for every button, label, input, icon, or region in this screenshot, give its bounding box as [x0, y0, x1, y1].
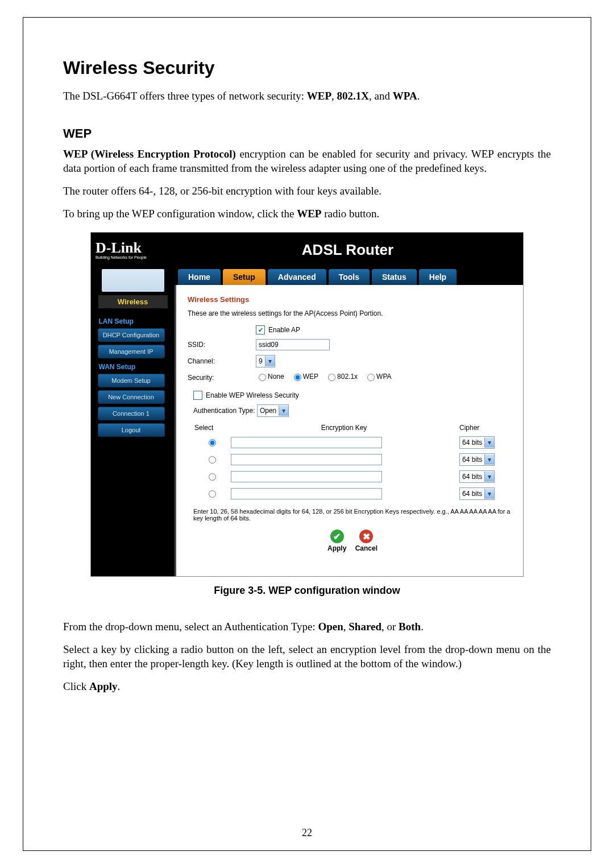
table-row: 64 bits▾: [193, 468, 512, 485]
sidebar-item-dhcp-configuration[interactable]: DHCP Configuration: [98, 328, 165, 342]
cipher-select[interactable]: 64 bits▾: [459, 470, 495, 483]
key-select-radio[interactable]: [209, 473, 216, 481]
key-select-radio[interactable]: [209, 439, 216, 447]
section-desc: These are the wireless settings for the …: [188, 309, 512, 317]
sidebar-item-new-connection[interactable]: New Connection: [98, 390, 165, 404]
wep-p1: WEP (Wireless Encryption Protocol) encry…: [63, 147, 551, 176]
security-option-wep[interactable]: WEP: [291, 372, 318, 381]
sidebar-item-logout[interactable]: Logout: [98, 423, 165, 437]
figure-caption: Figure 3-5. WEP configuration window: [63, 585, 551, 597]
sidebar-item-wireless[interactable]: Wireless: [98, 295, 168, 308]
sidebar-item-modem-setup[interactable]: Modem Setup: [98, 374, 165, 387]
page-number: 22: [23, 827, 591, 839]
col-cipher: Cipher: [458, 421, 512, 434]
enable-wep-label: Enable WEP Wireless Security: [206, 391, 299, 399]
after-p3: Click Apply.: [63, 679, 551, 694]
sidebar-heading: WAN Setup: [99, 363, 168, 371]
key-hint: Enter 10, 26, 58 hexadecimal digits for …: [193, 508, 512, 522]
encryption-key-input[interactable]: [231, 471, 382, 482]
tab-status[interactable]: Status: [372, 269, 417, 285]
chevron-down-icon: ▾: [484, 454, 494, 465]
tab-bar: HomeSetupAdvancedToolsStatusHelp: [175, 267, 523, 285]
auth-type-label: Authentication Type:: [193, 407, 255, 415]
router-header: D-Link Building Networks for People ADSL…: [91, 233, 523, 267]
security-option-8021x[interactable]: 802.1x: [325, 372, 358, 381]
tab-help[interactable]: Help: [419, 269, 457, 285]
product-image: [102, 269, 164, 292]
chevron-down-icon: ▾: [265, 356, 275, 366]
chevron-down-icon: ▾: [484, 472, 494, 482]
encryption-key-input[interactable]: [231, 437, 382, 448]
col-select: Select: [193, 421, 230, 434]
key-select-radio[interactable]: [209, 456, 216, 464]
wep-p2: The router offers 64-, 128, or 256-bit e…: [63, 184, 551, 199]
keys-table: Select Encryption Key Cipher 64 bits▾64 …: [193, 421, 512, 502]
dlink-logo: D-Link: [96, 241, 172, 255]
col-enckey: Encryption Key: [230, 421, 458, 434]
cancel-button[interactable]: ✖ Cancel: [355, 530, 377, 552]
wep-heading: WEP: [63, 126, 551, 141]
dlink-tagline: Building Networks for People: [96, 255, 172, 259]
after-p1: From the drop-down menu, select an Authe…: [63, 619, 551, 634]
ssid-label: SSID:: [188, 341, 256, 349]
cipher-select[interactable]: 64 bits▾: [459, 453, 495, 466]
close-icon: ✖: [359, 530, 373, 543]
enable-wep-checkbox[interactable]: [193, 391, 202, 400]
security-option-none[interactable]: None: [256, 372, 284, 381]
tab-tools[interactable]: Tools: [329, 269, 370, 285]
enable-ap-checkbox[interactable]: ✔: [256, 325, 265, 334]
cipher-select[interactable]: 64 bits▾: [459, 436, 495, 449]
section-title: Wireless Settings: [188, 295, 512, 304]
table-row: 64 bits▾: [193, 485, 512, 502]
ssid-input[interactable]: [256, 339, 330, 350]
wep-p3: To bring up the WEP configuration window…: [63, 206, 551, 221]
sidebar-heading: LAN Setup: [99, 317, 168, 325]
table-row: 64 bits▾: [193, 451, 512, 468]
tab-setup[interactable]: Setup: [223, 269, 265, 285]
tab-home[interactable]: Home: [178, 269, 221, 285]
page-title: Wireless Security: [63, 57, 551, 78]
check-icon: ✔: [330, 530, 344, 543]
encryption-key-input[interactable]: [231, 454, 382, 465]
banner-title: ADSL Router: [172, 241, 523, 259]
encryption-key-input[interactable]: [231, 488, 382, 499]
apply-button[interactable]: ✔ Apply: [327, 530, 346, 552]
content-panel: Wireless Settings These are the wireless…: [175, 285, 523, 576]
key-select-radio[interactable]: [209, 490, 216, 498]
cipher-select[interactable]: 64 bits▾: [459, 487, 495, 500]
chevron-down-icon: ▾: [484, 437, 494, 448]
after-p2: Select a key by clicking a radio button …: [63, 642, 551, 671]
sidebar-item-connection-1[interactable]: Connection 1: [98, 407, 165, 420]
tab-advanced[interactable]: Advanced: [268, 269, 326, 285]
sidebar: Wireless LAN SetupDHCP ConfigurationMana…: [91, 267, 175, 576]
channel-label: Channel:: [188, 357, 256, 365]
intro-text: The DSL-G664T offers three types of netw…: [63, 89, 551, 104]
channel-select[interactable]: 9 ▾: [256, 355, 275, 367]
security-option-wpa[interactable]: WPA: [364, 372, 391, 381]
auth-type-select[interactable]: Open ▾: [257, 404, 289, 417]
table-row: 64 bits▾: [193, 434, 512, 451]
security-label: Security:: [188, 374, 256, 382]
chevron-down-icon: ▾: [279, 406, 288, 416]
enable-ap-label: Enable AP: [268, 326, 300, 334]
chevron-down-icon: ▾: [484, 489, 494, 499]
sidebar-item-management-ip[interactable]: Management IP: [98, 345, 165, 358]
router-screenshot: D-Link Building Networks for People ADSL…: [90, 232, 524, 577]
